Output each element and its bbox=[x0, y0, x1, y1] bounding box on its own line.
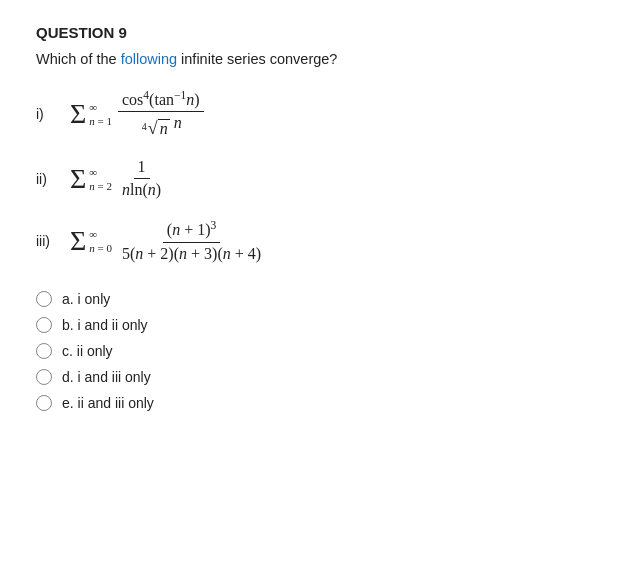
sigma-ii: Σ bbox=[70, 165, 86, 193]
series-ii-label: ii) bbox=[36, 171, 64, 187]
option-e-label: e. ii and iii only bbox=[62, 395, 154, 411]
option-c-label: c. ii only bbox=[62, 343, 113, 359]
sigma-ii-limits: ∞ n = 2 bbox=[89, 166, 112, 192]
option-b-label: b. i and ii only bbox=[62, 317, 148, 333]
radio-b[interactable] bbox=[36, 317, 52, 333]
series-iii-label: iii) bbox=[36, 233, 64, 249]
series-i-label: i) bbox=[36, 106, 64, 122]
option-a[interactable]: a. i only bbox=[36, 291, 595, 307]
series-iii-fraction: (n + 1)3 5(n + 2)(n + 3)(n + 4) bbox=[118, 219, 265, 262]
series-i-block: i) Σ ∞ n = 1 cos4(tan−1n) 4 √ n n bbox=[36, 89, 595, 138]
series-iii-expr: Σ ∞ n = 0 (n + 1)3 5(n + 2)(n + 3)(n + 4… bbox=[70, 219, 265, 262]
sigma-iii: Σ bbox=[70, 227, 86, 255]
series-i-fraction: cos4(tan−1n) 4 √ n n bbox=[118, 89, 204, 138]
option-e[interactable]: e. ii and iii only bbox=[36, 395, 595, 411]
radio-d[interactable] bbox=[36, 369, 52, 385]
sigma-i: Σ bbox=[70, 100, 86, 128]
option-b[interactable]: b. i and ii only bbox=[36, 317, 595, 333]
question-text: Which of the following infinite series c… bbox=[36, 51, 595, 67]
options-block: a. i only b. i and ii only c. ii only d.… bbox=[36, 291, 595, 411]
radio-a[interactable] bbox=[36, 291, 52, 307]
series-ii-expr: Σ ∞ n = 2 1 nln(n) bbox=[70, 158, 165, 199]
option-d[interactable]: d. i and iii only bbox=[36, 369, 595, 385]
sigma-i-limits: ∞ n = 1 bbox=[89, 101, 112, 127]
series-ii-fraction: 1 nln(n) bbox=[118, 158, 165, 199]
radio-e[interactable] bbox=[36, 395, 52, 411]
option-d-label: d. i and iii only bbox=[62, 369, 151, 385]
series-ii-block: ii) Σ ∞ n = 2 1 nln(n) bbox=[36, 158, 595, 199]
highlight-word: following bbox=[121, 51, 177, 67]
sigma-iii-limits: ∞ n = 0 bbox=[89, 228, 112, 254]
nth-root-i: 4 √ n bbox=[142, 119, 170, 138]
series-i-expr: Σ ∞ n = 1 cos4(tan−1n) 4 √ n n bbox=[70, 89, 204, 138]
option-a-label: a. i only bbox=[62, 291, 110, 307]
option-c[interactable]: c. ii only bbox=[36, 343, 595, 359]
radio-c[interactable] bbox=[36, 343, 52, 359]
series-iii-block: iii) Σ ∞ n = 0 (n + 1)3 5(n + 2)(n + 3)(… bbox=[36, 219, 595, 262]
question-title: QUESTION 9 bbox=[36, 24, 595, 41]
